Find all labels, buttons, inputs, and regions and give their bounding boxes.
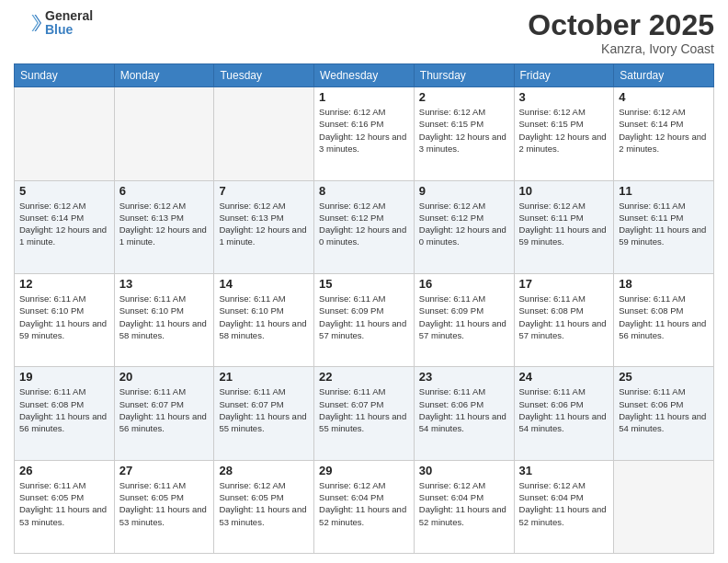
calendar-cell — [15, 87, 115, 180]
calendar-cell: 23Sunrise: 6:11 AM Sunset: 6:06 PM Dayli… — [414, 367, 514, 460]
day-number: 23 — [419, 370, 509, 384]
day-info: Sunrise: 6:11 AM Sunset: 6:06 PM Dayligh… — [519, 385, 609, 434]
calendar-cell: 15Sunrise: 6:11 AM Sunset: 6:09 PM Dayli… — [314, 273, 415, 366]
day-number: 1 — [319, 90, 409, 104]
calendar-cell: 2Sunrise: 6:12 AM Sunset: 6:15 PM Daylig… — [414, 87, 514, 180]
calendar-cell: 24Sunrise: 6:11 AM Sunset: 6:06 PM Dayli… — [514, 367, 614, 460]
day-number: 4 — [619, 90, 709, 104]
calendar-cell: 7Sunrise: 6:12 AM Sunset: 6:13 PM Daylig… — [214, 180, 314, 273]
calendar-cell: 3Sunrise: 6:12 AM Sunset: 6:15 PM Daylig… — [514, 87, 614, 180]
day-info: Sunrise: 6:12 AM Sunset: 6:15 PM Dayligh… — [519, 106, 609, 155]
day-info: Sunrise: 6:12 AM Sunset: 6:14 PM Dayligh… — [619, 106, 709, 155]
day-number: 27 — [119, 464, 210, 477]
logo: General Blue — [14, 9, 93, 38]
day-info: Sunrise: 6:12 AM Sunset: 6:12 PM Dayligh… — [419, 200, 509, 248]
calendar-week-4: 19Sunrise: 6:11 AM Sunset: 6:08 PM Dayli… — [15, 367, 714, 460]
day-number: 11 — [619, 184, 709, 198]
calendar-cell: 10Sunrise: 6:12 AM Sunset: 6:11 PM Dayli… — [514, 180, 614, 273]
day-number: 24 — [519, 370, 609, 384]
day-info: Sunrise: 6:11 AM Sunset: 6:05 PM Dayligh… — [119, 479, 210, 528]
calendar-cell — [214, 87, 314, 180]
day-number: 28 — [219, 464, 309, 477]
day-number: 17 — [519, 277, 609, 291]
weekday-header-tuesday: Tuesday — [214, 64, 314, 87]
calendar-cell: 25Sunrise: 6:11 AM Sunset: 6:06 PM Dayli… — [614, 367, 714, 460]
day-number: 29 — [319, 464, 409, 477]
calendar-cell: 16Sunrise: 6:11 AM Sunset: 6:09 PM Dayli… — [414, 273, 514, 366]
logo-blue-text: Blue — [45, 23, 93, 37]
day-number: 7 — [219, 184, 309, 198]
calendar-week-3: 12Sunrise: 6:11 AM Sunset: 6:10 PM Dayli… — [15, 273, 714, 366]
day-info: Sunrise: 6:12 AM Sunset: 6:04 PM Dayligh… — [519, 479, 609, 528]
calendar-cell: 14Sunrise: 6:11 AM Sunset: 6:10 PM Dayli… — [214, 273, 314, 366]
day-number: 2 — [419, 90, 509, 104]
calendar-cell: 29Sunrise: 6:12 AM Sunset: 6:04 PM Dayli… — [314, 460, 415, 553]
day-number: 21 — [219, 370, 309, 384]
title-block: October 2025 Kanzra, Ivory Coast — [528, 9, 714, 56]
day-info: Sunrise: 6:12 AM Sunset: 6:05 PM Dayligh… — [219, 479, 309, 528]
day-number: 6 — [119, 184, 210, 198]
calendar-cell — [114, 87, 214, 180]
day-number: 9 — [419, 184, 509, 198]
calendar-cell: 12Sunrise: 6:11 AM Sunset: 6:10 PM Dayli… — [15, 273, 115, 366]
calendar-cell: 5Sunrise: 6:12 AM Sunset: 6:14 PM Daylig… — [15, 180, 115, 273]
day-number: 18 — [619, 277, 709, 291]
calendar-cell: 9Sunrise: 6:12 AM Sunset: 6:12 PM Daylig… — [414, 180, 514, 273]
weekday-header-sunday: Sunday — [15, 64, 115, 87]
day-info: Sunrise: 6:12 AM Sunset: 6:14 PM Dayligh… — [19, 200, 109, 248]
day-info: Sunrise: 6:12 AM Sunset: 6:13 PM Dayligh… — [119, 200, 210, 248]
logo-general-text: General — [45, 9, 93, 23]
location-subtitle: Kanzra, Ivory Coast — [528, 41, 714, 56]
weekday-header-friday: Friday — [514, 64, 614, 87]
logo-icon — [14, 9, 41, 37]
day-info: Sunrise: 6:12 AM Sunset: 6:13 PM Dayligh… — [219, 200, 309, 248]
page: General Blue October 2025 Kanzra, Ivory … — [0, 0, 728, 563]
calendar-table: SundayMondayTuesdayWednesdayThursdayFrid… — [14, 63, 714, 554]
day-info: Sunrise: 6:11 AM Sunset: 6:08 PM Dayligh… — [19, 385, 109, 434]
day-number: 30 — [419, 464, 509, 477]
day-info: Sunrise: 6:11 AM Sunset: 6:05 PM Dayligh… — [19, 479, 109, 528]
day-number: 3 — [519, 90, 609, 104]
calendar-cell: 21Sunrise: 6:11 AM Sunset: 6:07 PM Dayli… — [214, 367, 314, 460]
calendar-week-5: 26Sunrise: 6:11 AM Sunset: 6:05 PM Dayli… — [15, 460, 714, 553]
day-info: Sunrise: 6:11 AM Sunset: 6:07 PM Dayligh… — [119, 385, 210, 434]
calendar-cell: 27Sunrise: 6:11 AM Sunset: 6:05 PM Dayli… — [114, 460, 214, 553]
calendar-cell: 11Sunrise: 6:11 AM Sunset: 6:11 PM Dayli… — [614, 180, 714, 273]
day-number: 15 — [319, 277, 409, 291]
day-number: 19 — [19, 370, 109, 384]
day-info: Sunrise: 6:11 AM Sunset: 6:10 PM Dayligh… — [219, 293, 309, 341]
day-info: Sunrise: 6:11 AM Sunset: 6:08 PM Dayligh… — [619, 293, 709, 341]
month-title: October 2025 — [528, 9, 714, 41]
calendar-cell: 4Sunrise: 6:12 AM Sunset: 6:14 PM Daylig… — [614, 87, 714, 180]
day-info: Sunrise: 6:11 AM Sunset: 6:07 PM Dayligh… — [219, 385, 309, 434]
day-number: 14 — [219, 277, 309, 291]
weekday-header-wednesday: Wednesday — [314, 64, 415, 87]
day-number: 31 — [519, 464, 609, 477]
weekday-header-thursday: Thursday — [414, 64, 514, 87]
day-info: Sunrise: 6:12 AM Sunset: 6:15 PM Dayligh… — [419, 106, 509, 155]
day-info: Sunrise: 6:12 AM Sunset: 6:12 PM Dayligh… — [319, 200, 409, 248]
day-info: Sunrise: 6:11 AM Sunset: 6:06 PM Dayligh… — [419, 385, 509, 434]
calendar-header-row: SundayMondayTuesdayWednesdayThursdayFrid… — [15, 64, 714, 87]
calendar-body: 1Sunrise: 6:12 AM Sunset: 6:16 PM Daylig… — [15, 87, 714, 554]
weekday-header-saturday: Saturday — [614, 64, 714, 87]
day-number: 8 — [319, 184, 409, 198]
day-number: 25 — [619, 370, 709, 384]
day-number: 26 — [19, 464, 109, 477]
day-info: Sunrise: 6:11 AM Sunset: 6:10 PM Dayligh… — [19, 293, 109, 341]
day-number: 13 — [119, 277, 210, 291]
day-info: Sunrise: 6:12 AM Sunset: 6:16 PM Dayligh… — [319, 106, 409, 155]
calendar-cell — [614, 460, 714, 553]
day-info: Sunrise: 6:11 AM Sunset: 6:07 PM Dayligh… — [319, 385, 409, 434]
weekday-header-monday: Monday — [114, 64, 214, 87]
calendar-cell: 22Sunrise: 6:11 AM Sunset: 6:07 PM Dayli… — [314, 367, 415, 460]
day-number: 22 — [319, 370, 409, 384]
day-number: 20 — [119, 370, 210, 384]
day-number: 10 — [519, 184, 609, 198]
calendar-cell: 31Sunrise: 6:12 AM Sunset: 6:04 PM Dayli… — [514, 460, 614, 553]
calendar-cell: 6Sunrise: 6:12 AM Sunset: 6:13 PM Daylig… — [114, 180, 214, 273]
day-info: Sunrise: 6:11 AM Sunset: 6:09 PM Dayligh… — [419, 293, 509, 341]
svg-marker-1 — [32, 15, 40, 31]
calendar-cell: 1Sunrise: 6:12 AM Sunset: 6:16 PM Daylig… — [314, 87, 415, 180]
calendar-cell: 13Sunrise: 6:11 AM Sunset: 6:10 PM Dayli… — [114, 273, 214, 366]
